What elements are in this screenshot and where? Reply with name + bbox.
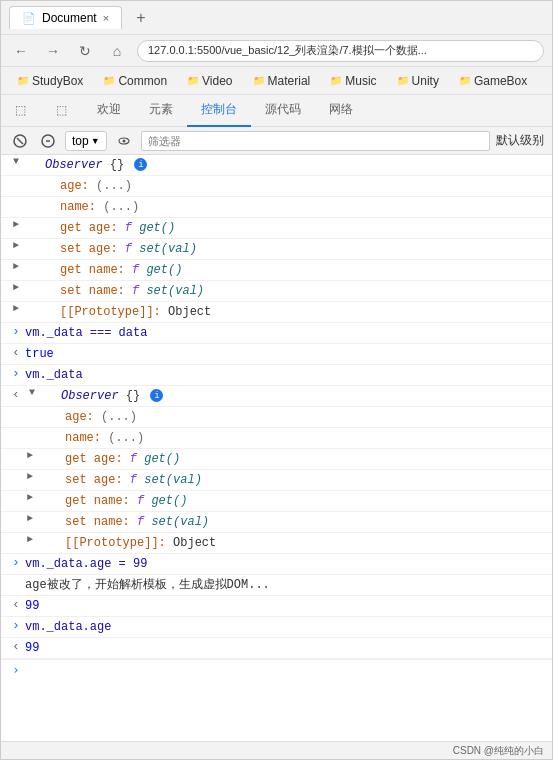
- bookmark-common[interactable]: 📁 Common: [95, 72, 175, 90]
- forward-button[interactable]: →: [41, 39, 65, 63]
- browser-window: 📄 Document × + ← → ↻ ⌂ 127.0.0.1:5500/vu…: [0, 0, 553, 760]
- chevron-down-icon: ▼: [91, 136, 100, 146]
- devtools-footer: CSDN @纯纯的小白: [1, 741, 552, 759]
- bookmark-label: Unity: [412, 74, 439, 88]
- bookmark-studybox[interactable]: 📁 StudyBox: [9, 72, 91, 90]
- expand-icon[interactable]: ►: [9, 219, 23, 230]
- result-arrow-icon: ‹: [9, 345, 23, 360]
- bookmark-material[interactable]: 📁 Material: [245, 72, 319, 90]
- context-label: top: [72, 134, 89, 148]
- list-item[interactable]: ▼ Observer {} i: [1, 155, 552, 176]
- filter-input[interactable]: [141, 131, 490, 151]
- list-item[interactable]: ► set name: f set(val): [1, 281, 552, 302]
- console-prompt-icon: ›: [9, 662, 23, 677]
- list-item: ‹ true: [1, 344, 552, 365]
- list-item: › vm._data: [1, 365, 552, 386]
- bookmark-gamebox[interactable]: 📁 GameBox: [451, 72, 535, 90]
- expand-icon[interactable]: ►: [23, 534, 37, 545]
- result-arrow-icon: ‹: [9, 597, 23, 612]
- tab-elements-icon: ⬚: [56, 103, 67, 117]
- list-item[interactable]: ‹ ▼ Observer {} i: [1, 386, 552, 407]
- list-item[interactable]: ► get name: f get(): [1, 260, 552, 281]
- clear-console-button[interactable]: [9, 130, 31, 152]
- devtools-panel: ⬚ ⬚ 欢迎 元素 控制台 源代码 网络: [1, 95, 552, 759]
- prompt-arrow-icon: ›: [9, 618, 23, 633]
- new-tab-button[interactable]: +: [130, 7, 151, 29]
- folder-icon: 📁: [397, 75, 409, 86]
- expand-icon[interactable]: ►: [9, 261, 23, 272]
- filter-button[interactable]: [37, 130, 59, 152]
- tab-welcome[interactable]: ⬚: [1, 95, 42, 127]
- back-button[interactable]: ←: [9, 39, 33, 63]
- result-arrow-icon: ‹: [9, 639, 23, 654]
- tab-sources-label[interactable]: 源代码: [251, 95, 315, 127]
- bookmark-music[interactable]: 📁 Music: [322, 72, 384, 90]
- home-button[interactable]: ⌂: [105, 39, 129, 63]
- list-item: › vm._data.age = 99: [1, 554, 552, 575]
- expand-icon[interactable]: ►: [23, 513, 37, 524]
- expand-icon[interactable]: ►: [9, 282, 23, 293]
- address-bar[interactable]: 127.0.0.1:5500/vue_basic/12_列表渲染/7.模拟一个数…: [137, 40, 544, 62]
- console-toolbar: top ▼ 默认级别: [1, 127, 552, 155]
- browser-tab[interactable]: 📄 Document ×: [9, 6, 122, 29]
- tab-elements[interactable]: ⬚: [42, 95, 83, 127]
- title-bar: 📄 Document × +: [1, 1, 552, 35]
- bookmark-label: StudyBox: [32, 74, 83, 88]
- bookmark-label: Common: [118, 74, 167, 88]
- tab-welcome-label[interactable]: 欢迎: [83, 95, 135, 127]
- tab-title: Document: [42, 11, 97, 25]
- refresh-button[interactable]: ↻: [73, 39, 97, 63]
- bookmark-video[interactable]: 📁 Video: [179, 72, 240, 90]
- expand-icon[interactable]: ►: [23, 471, 37, 482]
- footer-credit: CSDN @纯纯的小白: [453, 744, 544, 758]
- list-item: › vm._data === data: [1, 323, 552, 344]
- tab-welcome-icon: ⬚: [15, 103, 26, 117]
- list-item[interactable]: ► get age: f get(): [1, 449, 552, 470]
- bookmark-unity[interactable]: 📁 Unity: [389, 72, 447, 90]
- list-item: ‹ 99: [1, 638, 552, 659]
- prompt-arrow-icon: ›: [9, 324, 23, 339]
- list-item: name: (...): [1, 428, 552, 449]
- context-selector[interactable]: top ▼: [65, 131, 107, 151]
- list-item[interactable]: ► get age: f get(): [1, 218, 552, 239]
- tab-close-button[interactable]: ×: [103, 12, 109, 24]
- list-item[interactable]: ► set name: f set(val): [1, 512, 552, 533]
- result-arrow-icon: ‹: [9, 387, 23, 402]
- svg-line-1: [17, 138, 23, 144]
- bookmark-label: GameBox: [474, 74, 527, 88]
- folder-icon: 📁: [459, 75, 471, 86]
- info-icon: i: [150, 389, 163, 402]
- list-item: age: (...): [1, 407, 552, 428]
- devtools-tabs: ⬚ ⬚ 欢迎 元素 控制台 源代码 网络: [1, 95, 552, 127]
- tab-console-label[interactable]: 控制台: [187, 95, 251, 127]
- folder-icon: 📁: [17, 75, 29, 86]
- list-item: age: (...): [1, 176, 552, 197]
- list-item[interactable]: ► set age: f set(val): [1, 239, 552, 260]
- prompt-arrow-icon: ›: [9, 555, 23, 570]
- list-item[interactable]: ► set age: f set(val): [1, 470, 552, 491]
- eye-button[interactable]: [113, 130, 135, 152]
- console-input-line[interactable]: ›: [1, 659, 552, 679]
- list-item[interactable]: ► [[Prototype]]: Object: [1, 302, 552, 323]
- tab-elements-label[interactable]: 元素: [135, 95, 187, 127]
- default-level-label: 默认级别: [496, 132, 544, 149]
- folder-icon: 📁: [103, 75, 115, 86]
- expand-icon[interactable]: ►: [9, 240, 23, 251]
- list-item: ‹ 99: [1, 596, 552, 617]
- expand-icon[interactable]: ►: [9, 303, 23, 314]
- console-output: ▼ Observer {} i age: (...) name: (.: [1, 155, 552, 741]
- address-text: 127.0.0.1:5500/vue_basic/12_列表渲染/7.模拟一个数…: [148, 43, 427, 58]
- folder-icon: 📁: [330, 75, 342, 86]
- list-item[interactable]: ► [[Prototype]]: Object: [1, 533, 552, 554]
- expand-icon[interactable]: ►: [23, 492, 37, 503]
- bookmark-label: Video: [202, 74, 232, 88]
- folder-icon: 📁: [187, 75, 199, 86]
- list-item[interactable]: ► get name: f get(): [1, 491, 552, 512]
- expand-arrow-icon[interactable]: ▼: [25, 387, 39, 398]
- nav-bar: ← → ↻ ⌂ 127.0.0.1:5500/vue_basic/12_列表渲染…: [1, 35, 552, 67]
- tab-network-label[interactable]: 网络: [315, 95, 367, 127]
- bookmark-label: Music: [345, 74, 376, 88]
- expand-icon[interactable]: ►: [23, 450, 37, 461]
- expand-arrow-icon[interactable]: ▼: [9, 156, 23, 167]
- svg-point-5: [122, 139, 125, 142]
